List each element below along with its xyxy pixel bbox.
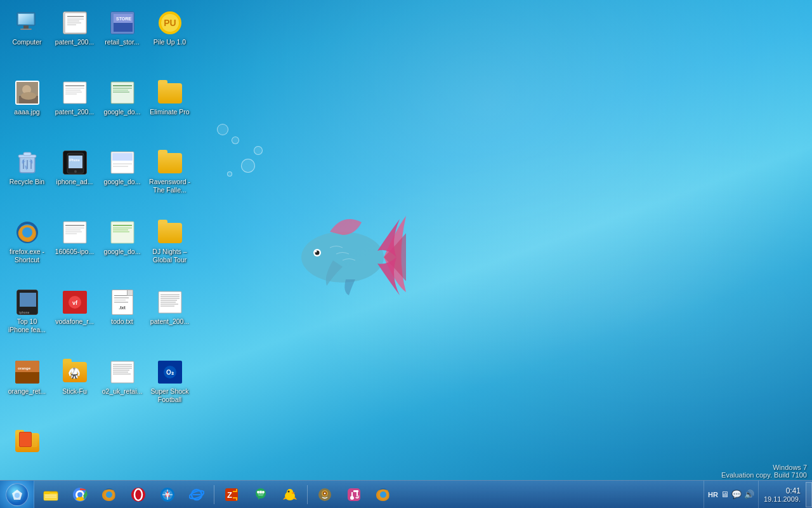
icon-orange-label: orange_ret... [8, 387, 46, 396]
icon-patent2[interactable]: patent_200... [51, 76, 98, 146]
icon-vodafone[interactable]: vf vodafone_r... [51, 286, 98, 356]
svg-rect-83 [15, 372, 39, 384]
tray-monitor-icon[interactable]: 🖥 [721, 490, 729, 499]
icon-computer-label: Computer [12, 38, 41, 46]
svg-rect-26 [63, 82, 86, 104]
svg-rect-7 [23, 25, 29, 29]
icon-patent1-label: patent_200... [55, 38, 94, 46]
icon-retail-stor[interactable]: STORE retail_stor... [98, 6, 146, 76]
icon-google-dom3[interactable]: google_do... [98, 216, 146, 286]
taskbar-safari[interactable] [154, 482, 181, 507]
tray-lang[interactable]: HR [708, 491, 718, 498]
icon-dj-nights[interactable]: DJ Nights – Global Tour [146, 216, 193, 286]
icon-google3-label: google_do... [104, 248, 141, 256]
icon-o2-uk[interactable]: O₂ Super Shock Football [146, 356, 193, 425]
system-tray: HR 🖥 💬 🔊 [704, 481, 758, 508]
svg-text:orange: orange [18, 366, 31, 370]
svg-point-102 [77, 492, 82, 497]
taskbar-firefox2[interactable] [369, 482, 397, 507]
icon-firefox[interactable]: firefox.exe - Shortcut [3, 216, 51, 286]
svg-text:iphone: iphone [19, 311, 30, 314]
svg-text:STORE: STORE [116, 17, 131, 21]
start-button[interactable] [0, 481, 34, 509]
svg-text:O₂: O₂ [166, 369, 174, 376]
icon-google2-label: google_do... [104, 178, 141, 186]
fish-decoration [279, 190, 406, 318]
svg-text:Z: Z [227, 490, 232, 500]
icon-retail-label: retail_stor... [105, 38, 139, 46]
taskbar-messenger[interactable] [247, 482, 275, 507]
icon-160605[interactable]: 160605-ipo... [51, 216, 98, 286]
bubble-4 [227, 171, 232, 177]
icon-160605-label: 160605-ipo... [55, 248, 94, 256]
desktop-icons-grid: Computer patent_200... STORE retail_stor… [0, 0, 216, 476]
icon-google1-label: google_do... [104, 108, 141, 116]
bubble-3 [241, 159, 255, 173]
icon-pileup-label: Pile Up 1.0 [154, 38, 186, 46]
icon-patent1[interactable]: patent_200... [51, 6, 98, 76]
svg-rect-67 [20, 293, 36, 307]
taskbar-itunes[interactable] [340, 482, 368, 507]
icon-recycle-bin[interactable]: Recycle Bin [3, 146, 51, 216]
icon-vodafone-label: vodafone_r... [55, 318, 94, 326]
taskbar-file-explorer[interactable] [37, 482, 65, 507]
icon-firefox-label: firefox.exe - Shortcut [6, 248, 48, 264]
icon-aaaa-label: aaaa.jpg [14, 108, 39, 116]
svg-rect-99 [45, 497, 56, 498]
icon-google-dom2[interactable]: google_do... [98, 146, 146, 216]
icon-google-dom1[interactable]: google_do... [98, 76, 146, 146]
icon-patent3-label: patent_200... [150, 318, 189, 326]
clock-time: 0:41 [786, 486, 801, 495]
taskbar-ie[interactable] [183, 482, 211, 507]
svg-rect-32 [111, 82, 134, 104]
svg-text:PU: PU [164, 18, 176, 28]
svg-text:iPhone: iPhone [69, 158, 80, 162]
icon-computer[interactable]: Computer [3, 6, 51, 76]
svg-point-25 [21, 92, 36, 100]
taskbar-mikubird[interactable] [276, 482, 304, 507]
svg-rect-116 [193, 494, 200, 495]
taskbar-opera[interactable] [124, 482, 152, 507]
icon-patent4[interactable]: o2_uk_retai... [98, 356, 146, 425]
icon-aaaa-jpg[interactable]: aaaa.jpg [3, 76, 51, 146]
icon-patent3[interactable]: patent_200... [146, 286, 193, 356]
svg-rect-49 [112, 153, 133, 161]
taskbar-apps: Z [34, 481, 704, 508]
icon-patent2-label: patent_200... [55, 108, 94, 116]
svg-rect-61 [111, 222, 134, 243]
svg-rect-97 [44, 491, 50, 494]
svg-rect-16 [114, 23, 133, 32]
taskbar-chrome[interactable] [66, 482, 94, 507]
taskbar-firefox[interactable] [95, 482, 123, 507]
svg-point-126 [288, 490, 290, 492]
tray-volume-icon[interactable]: 🔊 [744, 490, 754, 499]
icon-top10[interactable]: iphone Top 10 iPhone fea... [3, 286, 51, 356]
tray-network-icon[interactable]: 💬 [731, 490, 742, 499]
bubble-1 [217, 124, 228, 135]
icon-ravensword[interactable]: Ravensword - The Falle... [146, 146, 193, 216]
icon-recycle-label: Recycle Bin [10, 178, 44, 186]
svg-point-94 [15, 493, 20, 498]
svg-rect-45 [69, 156, 82, 168]
clock-area[interactable]: 0:41 19.11.2009. [758, 481, 806, 508]
icon-eliminate-pro[interactable]: Eliminate Pro [146, 76, 193, 146]
taskbar-gimp[interactable] [311, 482, 339, 507]
taskbar-filezilla[interactable]: Z [218, 482, 246, 507]
svg-rect-8 [20, 29, 32, 30]
svg-point-0 [301, 232, 384, 283]
start-orb [6, 483, 29, 506]
icon-orange-ret[interactable]: orange orange_ret... [3, 356, 51, 425]
icon-pileup[interactable]: PU Pile Up 1.0 [146, 6, 193, 76]
icon-dj-nights-label: DJ Nights – Global Tour [148, 248, 191, 264]
icon-iphone-ad[interactable]: iPhone iphone_ad... [51, 146, 98, 216]
taskbar: Z [0, 480, 812, 508]
icon-todo-txt[interactable]: .txt todo.txt [98, 286, 146, 356]
svg-point-121 [257, 491, 259, 493]
svg-point-123 [262, 491, 265, 493]
show-desktop-button[interactable] [806, 482, 812, 507]
svg-rect-98 [45, 495, 56, 496]
icon-stickfu[interactable]: 🥋 Stick-Fu [51, 356, 98, 425]
svg-point-54 [22, 227, 32, 237]
icon-o2-label: Super Shock Football [148, 387, 191, 403]
svg-rect-42 [23, 152, 31, 156]
